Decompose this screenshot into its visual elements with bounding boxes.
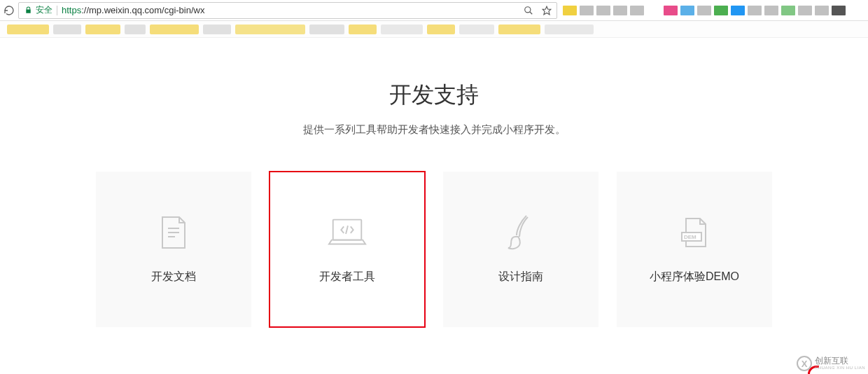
lock-icon [23, 6, 33, 15]
bookmark-item[interactable] [150, 25, 199, 34]
svg-line-7 [346, 226, 348, 234]
tab-favicon[interactable] [832, 6, 846, 15]
svg-line-1 [530, 11, 533, 14]
watermark-main: 创新互联 [815, 356, 865, 366]
divider [57, 6, 57, 15]
reload-icon[interactable] [3, 4, 15, 17]
tab-favicon[interactable] [680, 6, 694, 15]
address-input[interactable]: 安全 https://mp.weixin.qq.com/cgi-bin/wx [18, 2, 557, 19]
bookmarks-bar [0, 21, 868, 38]
bookmark-item[interactable] [203, 25, 231, 34]
tab-favicon[interactable] [580, 6, 594, 15]
card-design-guide[interactable]: 设计指南 [443, 172, 598, 327]
card-dev-docs[interactable]: 开发文档 [96, 172, 251, 327]
document-icon [154, 215, 193, 250]
tab-favicon[interactable] [815, 6, 829, 15]
card-label: 小程序体验DEMO [650, 270, 739, 284]
bookmark-star-icon[interactable] [541, 5, 552, 16]
tab-favicon[interactable] [764, 6, 778, 15]
tab-favicon[interactable] [697, 6, 711, 15]
bookmark-item[interactable] [427, 25, 455, 34]
demo-file-icon: DEM [675, 215, 714, 250]
bookmark-item[interactable] [309, 25, 344, 34]
bookmark-item[interactable] [7, 25, 49, 34]
bookmark-item[interactable] [498, 25, 540, 34]
card-label: 开发者工具 [319, 270, 375, 284]
tab-favicon[interactable] [748, 6, 762, 15]
magnify-icon[interactable] [523, 5, 534, 16]
laptop-code-icon [328, 215, 367, 250]
svg-marker-2 [542, 6, 551, 15]
tab-favicon[interactable] [731, 6, 745, 15]
svg-text:DEM: DEM [684, 234, 696, 240]
page-title: 开发支持 [0, 80, 868, 111]
bookmark-item[interactable] [381, 25, 423, 34]
secure-label: 安全 [36, 4, 52, 16]
card-grid: 开发文档 开发者工具 设计指 [0, 172, 868, 327]
brush-icon [501, 215, 540, 250]
tab-favicon[interactable] [613, 6, 627, 15]
card-label: 开发文档 [151, 270, 196, 284]
bookmark-item[interactable] [85, 25, 120, 34]
tab-strip [557, 0, 865, 20]
card-demo[interactable]: DEM 小程序体验DEMO [617, 172, 772, 327]
tab-favicon[interactable] [664, 6, 678, 15]
tab-favicon[interactable] [798, 6, 812, 15]
svg-point-0 [525, 6, 531, 12]
watermark-logo-icon: X [797, 356, 812, 371]
bookmark-item[interactable] [349, 25, 377, 34]
tab-favicon[interactable] [647, 6, 661, 15]
page-subtitle: 提供一系列工具帮助开发者快速接入并完成小程序开发。 [0, 123, 868, 137]
url-text: https://mp.weixin.qq.com/cgi-bin/wx [62, 5, 204, 15]
browser-address-bar: 安全 https://mp.weixin.qq.com/cgi-bin/wx [0, 0, 868, 21]
tab-favicon[interactable] [563, 6, 577, 15]
bookmark-item[interactable] [545, 25, 594, 34]
bookmark-item[interactable] [459, 25, 494, 34]
tab-favicon[interactable] [630, 6, 644, 15]
card-dev-tools[interactable]: 开发者工具 [270, 172, 425, 327]
bookmark-item[interactable] [53, 25, 81, 34]
watermark: X 创新互联 CHUANG XIN HU LIAN [797, 356, 865, 371]
watermark-sub: CHUANG XIN HU LIAN [815, 366, 865, 370]
tab-favicon[interactable] [781, 6, 795, 15]
tab-favicon[interactable] [714, 6, 728, 15]
card-label: 设计指南 [498, 270, 543, 284]
tab-favicon[interactable] [596, 6, 610, 15]
bookmark-item[interactable] [125, 25, 146, 34]
page-content: 开发支持 提供一系列工具帮助开发者快速接入并完成小程序开发。 开发文档 [0, 38, 868, 327]
bookmark-item[interactable] [235, 25, 305, 34]
